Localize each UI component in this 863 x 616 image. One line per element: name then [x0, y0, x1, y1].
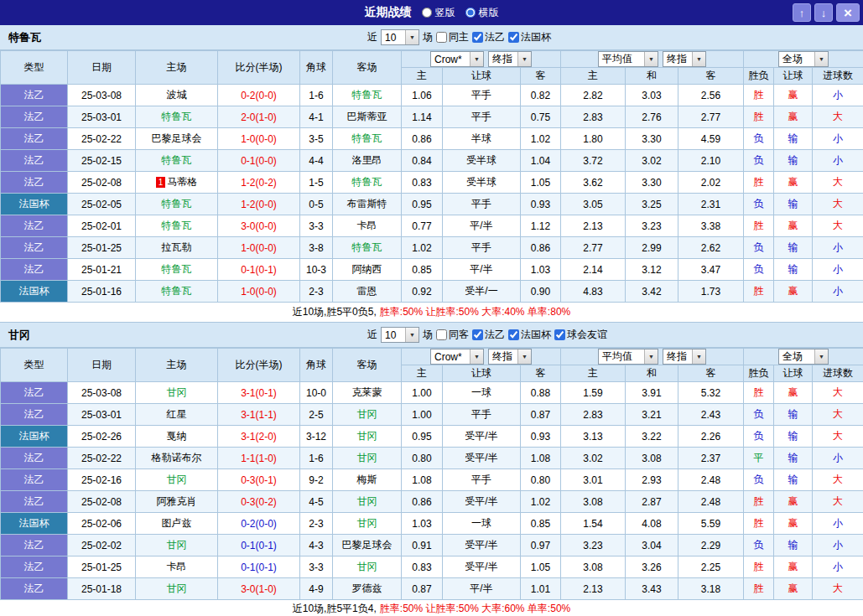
avg-away-odds: 2.37 — [678, 448, 744, 469]
away-team-link[interactable]: 雷恩 — [357, 285, 377, 297]
coupe-checkbox[interactable] — [508, 32, 519, 43]
home-team-cell: 拉瓦勒 — [136, 237, 218, 259]
ligue2-filter[interactable]: 法乙 — [472, 30, 505, 44]
scroll-down-button[interactable]: ↓ — [814, 3, 833, 22]
away-team-link[interactable]: 甘冈 — [357, 452, 377, 463]
away-team-link[interactable]: 特鲁瓦 — [352, 132, 382, 144]
same-away-filter[interactable]: 同客 — [436, 328, 469, 342]
col-corners: 角球 — [300, 349, 333, 382]
home-team-link[interactable]: 特鲁瓦 — [162, 154, 192, 166]
away-team-link[interactable]: 甘冈 — [357, 495, 377, 507]
home-team-link[interactable]: 特鲁瓦 — [162, 111, 192, 122]
avg-home-odds: 2.14 — [561, 259, 626, 281]
away-team-link[interactable]: 甘冈 — [357, 408, 377, 420]
away-team-link[interactable]: 克莱蒙 — [352, 386, 382, 398]
match-count-select[interactable]: 10▼ — [381, 327, 419, 343]
away-team-cell: 特鲁瓦 — [333, 85, 402, 106]
home-team-link[interactable]: 特鲁瓦 — [162, 220, 192, 231]
home-team-link[interactable]: 图卢兹 — [162, 517, 192, 529]
result-group: 全场▼ — [744, 349, 863, 365]
away-team-link[interactable]: 布雷斯特 — [347, 198, 387, 210]
away-team-link[interactable]: 阿纳西 — [352, 263, 382, 275]
average-select[interactable]: 平均值▼ — [598, 51, 658, 67]
home-team-link[interactable]: 阿雅克肖 — [157, 495, 197, 507]
home-team-link[interactable]: 格勒诺布尔 — [152, 452, 202, 463]
layout-horizontal-option[interactable]: 横版 — [465, 6, 499, 20]
final-index-select[interactable]: 终指▼ — [488, 51, 532, 67]
home-team-link[interactable]: 特鲁瓦 — [162, 285, 192, 297]
average-select[interactable]: 平均值▼ — [598, 349, 658, 365]
col-odds-away: 客 — [521, 365, 561, 382]
away-team-link[interactable]: 梅斯 — [357, 474, 377, 485]
home-team-link[interactable]: 红星 — [167, 408, 187, 420]
away-team-link[interactable]: 卡昂 — [357, 220, 377, 231]
coupe-filter[interactable]: 法国杯 — [508, 328, 551, 342]
ligue2-filter[interactable]: 法乙 — [472, 328, 505, 342]
final-index-select[interactable]: 终指▼ — [663, 51, 706, 67]
home-team-link[interactable]: 卡昂 — [167, 561, 187, 572]
final-index-select[interactable]: 终指▼ — [488, 349, 532, 365]
home-team-cell: 特鲁瓦 — [136, 259, 218, 281]
home-team-link[interactable]: 特鲁瓦 — [162, 198, 192, 210]
same-home-filter[interactable]: 同主 — [436, 30, 469, 44]
same-home-checkbox[interactable] — [436, 32, 447, 43]
away-team-link[interactable]: 特鲁瓦 — [352, 176, 382, 188]
chevron-down-icon: ▼ — [692, 349, 705, 364]
away-team-link[interactable]: 罗德兹 — [352, 582, 382, 594]
match-row: 法乙 25-02-01 特鲁瓦 3-0(0-0) 3-3 卡昂 0.77 平/半… — [1, 215, 863, 237]
final-index-select[interactable]: 终指▼ — [663, 349, 706, 365]
away-team-link[interactable]: 洛里昂 — [352, 154, 382, 166]
vertical-radio[interactable] — [422, 8, 432, 18]
friendly-filter[interactable]: 球会友谊 — [554, 328, 607, 342]
home-team-link[interactable]: 特鲁瓦 — [162, 263, 192, 275]
coupe-checkbox[interactable] — [508, 329, 519, 340]
handicap-away-odds: 1.04 — [521, 150, 561, 172]
home-team-link[interactable]: 巴黎足球会 — [152, 132, 202, 144]
horizontal-radio[interactable] — [465, 8, 476, 18]
same-away-checkbox[interactable] — [436, 329, 447, 340]
col-goals-result: 进球数 — [813, 365, 863, 382]
chevron-down-icon: ▼ — [517, 52, 531, 66]
avg-draw-odds: 4.08 — [626, 513, 678, 535]
layout-vertical-option[interactable]: 竖版 — [422, 6, 455, 20]
bookmaker-select[interactable]: Crow*▼ — [430, 51, 484, 67]
away-team-link[interactable]: 巴斯蒂亚 — [347, 111, 387, 122]
home-team-link[interactable]: 甘冈 — [167, 386, 187, 398]
avg-draw-odds: 3.42 — [626, 281, 678, 303]
away-team-link[interactable]: 甘冈 — [357, 517, 377, 529]
friendly-checkbox[interactable] — [554, 329, 565, 340]
fulltime-select[interactable]: 全场▼ — [778, 51, 829, 67]
col-avg-away: 客 — [678, 365, 744, 382]
home-team-link[interactable]: 甘冈 — [167, 474, 187, 485]
bookmaker-select[interactable]: Crow*▼ — [430, 349, 484, 365]
fulltime-select[interactable]: 全场▼ — [778, 349, 829, 365]
home-team-link[interactable]: 甘冈 — [167, 582, 187, 594]
scroll-up-button[interactable]: ↑ — [793, 3, 811, 22]
competition-type-cell: 法国杯 — [1, 513, 68, 535]
away-team-link[interactable]: 特鲁瓦 — [352, 89, 382, 101]
avg-draw-odds: 3.22 — [626, 426, 678, 448]
competition-type-cell: 法乙 — [1, 404, 68, 426]
away-team-link[interactable]: 特鲁瓦 — [352, 241, 382, 253]
away-team-link[interactable]: 巴黎足球会 — [342, 539, 393, 551]
away-team-link[interactable]: 甘冈 — [357, 561, 377, 572]
home-team-link[interactable]: 甘冈 — [167, 539, 187, 551]
ligue2-checkbox[interactable] — [472, 329, 483, 340]
fulltime-value: 全场 — [779, 52, 814, 66]
match-date-cell: 25-01-18 — [68, 578, 136, 600]
away-team-link[interactable]: 甘冈 — [357, 430, 377, 442]
home-team-link[interactable]: 拉瓦勒 — [162, 241, 192, 253]
coupe-filter[interactable]: 法国杯 — [508, 30, 551, 44]
match-count-select[interactable]: 10▼ — [381, 29, 419, 45]
goals-result-cell: 大 — [813, 578, 863, 600]
match-row: 法乙 25-03-08 波城 0-2(0-0) 1-6 特鲁瓦 1.06 平手 … — [1, 85, 863, 106]
handicap-line: 平/半 — [443, 578, 521, 600]
near-label: 近 — [367, 30, 377, 44]
home-team-link[interactable]: 波城 — [167, 89, 187, 101]
close-icon[interactable]: × — [836, 3, 860, 22]
match-row: 法乙 25-03-01 红星 3-1(1-1) 2-5 甘冈 1.00 平手 0… — [1, 404, 863, 426]
home-team-link[interactable]: 马蒂格 — [167, 176, 197, 188]
home-team-link[interactable]: 戛纳 — [167, 430, 187, 442]
ligue2-checkbox[interactable] — [472, 32, 483, 43]
horizontal-radio-label: 横版 — [479, 6, 499, 20]
